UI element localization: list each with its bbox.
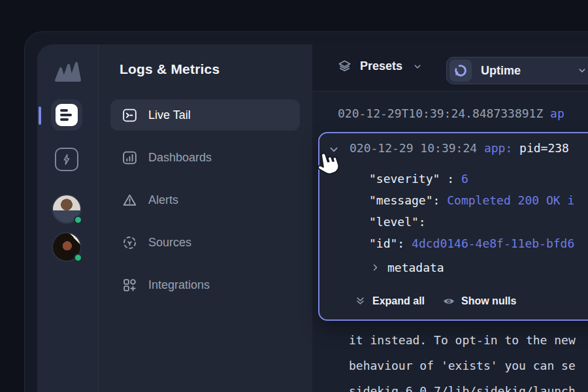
app-window: Logs & Metrics Live Tail Dashboards <box>37 44 588 392</box>
double-chevron-down-icon <box>354 295 367 307</box>
sidebar-item-label: Integrations <box>148 278 210 292</box>
sidebar-item-alerts[interactable]: Alerts <box>110 184 300 216</box>
page-title: Logs & Metrics <box>120 61 220 77</box>
log-timestamp: 020-12-29T10:39:24.848733891Z <box>338 106 550 120</box>
rail-item-actions[interactable] <box>55 148 78 171</box>
sidebar-item-label: Dashboards <box>148 151 212 165</box>
bar-chart-icon <box>121 149 138 166</box>
show-nulls-button[interactable]: Show nulls <box>442 295 516 308</box>
log-panel: Presets Uptime <box>312 44 588 392</box>
rail-active-indicator <box>39 106 41 125</box>
log-line[interactable]: it instead. To opt-in to the new <box>349 333 576 347</box>
log-source: app: <box>484 141 519 155</box>
presets-dropdown[interactable]: Presets <box>337 59 423 74</box>
collapse-chevron-icon[interactable] <box>327 142 341 157</box>
avatar-user-2[interactable] <box>52 232 82 262</box>
alert-triangle-icon <box>121 191 138 208</box>
sources-icon <box>121 234 138 251</box>
terminal-icon <box>121 106 138 123</box>
sidebar-item-label: Sources <box>148 236 191 250</box>
metadata-toggle[interactable]: metadata <box>387 261 444 274</box>
log-line[interactable]: sidekiq-6.0.7/lib/sidekiq/launch <box>349 384 576 392</box>
log-line[interactable]: 020-12-29T10:39:24.848733891Z ap <box>338 106 564 120</box>
layers-icon <box>337 59 352 74</box>
log-timestamp: 020-12-29 10:39:24 <box>350 141 484 155</box>
expanded-log-card: 020-12-29 10:39:24 app: pid=238 "severit… <box>318 132 588 321</box>
log-source: ap <box>550 106 564 120</box>
integrations-icon <box>121 276 138 293</box>
log-panel-header: Presets Uptime <box>312 44 588 91</box>
expand-all-label: Expand all <box>372 295 425 307</box>
show-nulls-label: Show nulls <box>461 295 516 307</box>
icon-rail <box>37 44 98 392</box>
nav-sidebar: Logs & Metrics Live Tail Dashboards <box>99 44 312 392</box>
sidebar-item-dashboards[interactable]: Dashboards <box>110 142 300 173</box>
uptime-source-dropdown[interactable]: Uptime <box>446 57 588 84</box>
presets-label: Presets <box>360 59 402 73</box>
eye-icon <box>442 295 455 308</box>
json-field-severity: "severity" : 6 <box>369 172 468 186</box>
json-field-level: "level": <box>369 215 426 229</box>
sidebar-item-label: Live Tail <box>148 108 191 122</box>
logs-icon <box>56 104 78 126</box>
rail-item-logs[interactable] <box>51 99 82 131</box>
log-card-header[interactable]: 020-12-29 10:39:24 app: pid=238 <box>350 141 569 155</box>
chevron-right-icon[interactable] <box>369 261 382 274</box>
sidebar-item-label: Alerts <box>148 193 178 207</box>
online-status-dot <box>74 216 82 224</box>
json-field-id: "id": 4dcd0146-4e8f-11eb-bfd6 <box>369 237 574 250</box>
avatar-user-1[interactable] <box>52 194 82 224</box>
betterstack-logo-icon <box>53 60 82 84</box>
lightning-bolt-icon <box>60 153 73 166</box>
log-message-head: pid=238 <box>519 141 569 155</box>
uptime-logo-icon <box>449 59 472 82</box>
chevron-down-icon <box>412 61 423 73</box>
sidebar-item-sources[interactable]: Sources <box>110 227 300 258</box>
chevron-down-icon <box>576 65 588 76</box>
uptime-label: Uptime <box>481 64 567 78</box>
json-field-message: "message": Completed 200 OK i <box>369 193 574 207</box>
sidebar-item-live-tail[interactable]: Live Tail <box>110 99 300 131</box>
expand-all-button[interactable]: Expand all <box>354 295 425 307</box>
online-status-dot <box>74 253 82 262</box>
sidebar-item-integrations[interactable]: Integrations <box>110 269 300 301</box>
log-line[interactable]: behaviour of 'exists' you can se <box>349 359 576 372</box>
